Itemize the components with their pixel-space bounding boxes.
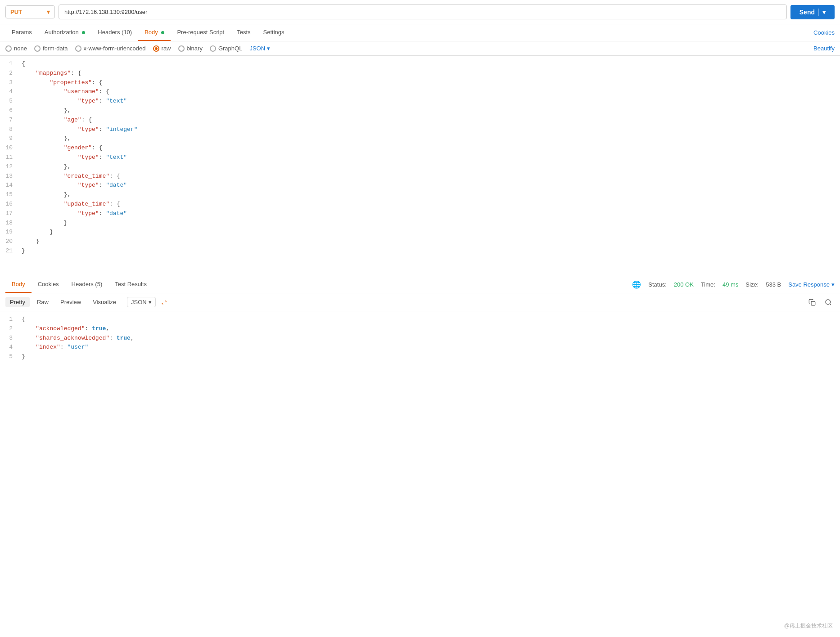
code-line: "type": "date" (22, 181, 836, 190)
radio-circle-binary (178, 45, 185, 52)
radio-binary[interactable]: binary (178, 45, 203, 52)
request-tabs: Params Authorization Headers (10) Body P… (0, 24, 840, 41)
radio-label-none: none (14, 45, 27, 52)
radio-circle-raw (153, 45, 159, 52)
response-json-chevron: ▾ (149, 299, 152, 305)
time-value: 49 ms (723, 281, 738, 288)
code-line: "username": { (22, 87, 836, 97)
code-line: "properties": { (22, 78, 836, 88)
radio-x-www-form-urlencoded[interactable]: x-www-form-urlencoded (75, 45, 146, 52)
time-label: Time: (701, 281, 715, 288)
method-label: PUT (10, 9, 22, 15)
code-line: "type": "date" (22, 209, 836, 219)
radio-none[interactable]: none (5, 45, 27, 52)
tab-pre-request[interactable]: Pre-request Script (171, 24, 230, 41)
response-code-line: } (22, 352, 836, 362)
authorization-dot (82, 31, 85, 34)
json-dropdown-chevron: ▾ (267, 45, 270, 52)
code-line: }, (22, 134, 836, 144)
radio-label-x-www: x-www-form-urlencoded (84, 45, 146, 52)
format-tab-pretty[interactable]: Pretty (5, 297, 30, 307)
response-code-line: "acknowledged": true, (22, 324, 836, 334)
size-label: Size: (745, 281, 759, 288)
response-status-bar: 🌐 Status: 200 OK Time: 49 ms Size: 533 B… (632, 280, 835, 289)
response-json-label: JSON (131, 299, 147, 305)
response-tab-headers[interactable]: Headers (5) (65, 276, 109, 293)
save-response-button[interactable]: Save Response ▾ (788, 281, 835, 288)
send-label: Send (799, 9, 815, 16)
request-code-content[interactable]: { "mappings": { "properties": { "usernam… (18, 56, 840, 260)
radio-circle-graphql (210, 45, 216, 52)
save-response-chevron: ▾ (831, 281, 835, 288)
response-code-line: "index": "user" (22, 343, 836, 352)
format-tab-raw[interactable]: Raw (32, 297, 53, 307)
body-type-row: none form-data x-www-form-urlencoded raw… (0, 41, 840, 56)
tab-authorization[interactable]: Authorization (38, 24, 92, 41)
radio-circle-none (5, 45, 12, 52)
code-line: }, (22, 106, 836, 116)
response-line-numbers: 12345 (0, 311, 18, 365)
size-value: 533 B (766, 281, 781, 288)
tab-body[interactable]: Body (138, 24, 171, 41)
response-tab-test-results[interactable]: Test Results (108, 276, 153, 293)
search-icon[interactable] (822, 297, 835, 308)
radio-circle-form-data (34, 45, 41, 52)
response-action-icons (806, 297, 835, 308)
response-code-line: { (22, 315, 836, 324)
format-tab-visualize[interactable]: Visualize (88, 297, 121, 307)
radio-label-binary: binary (187, 45, 203, 52)
response-format-bar: Pretty Raw Preview Visualize JSON ▾ ⇌ (0, 293, 840, 311)
status-label: Status: (648, 281, 666, 288)
response-code-lines: 12345 { "acknowledged": true, "shards_ac… (0, 311, 840, 365)
code-line: "type": "text" (22, 153, 836, 162)
code-line: } (22, 237, 836, 247)
send-chevron-icon: ▾ (818, 9, 826, 16)
code-line: { (22, 59, 836, 69)
code-line: } (22, 219, 836, 228)
response-code-editor[interactable]: 12345 { "acknowledged": true, "shards_ac… (0, 311, 840, 401)
tab-settings[interactable]: Settings (257, 24, 291, 41)
url-input[interactable] (59, 4, 787, 19)
format-tab-preview[interactable]: Preview (56, 297, 86, 307)
code-line: "gender": { (22, 144, 836, 153)
response-json-dropdown[interactable]: JSON ▾ (127, 297, 156, 307)
cookies-link[interactable]: Cookies (813, 25, 835, 40)
globe-icon: 🌐 (632, 280, 641, 289)
radio-label-graphql: GraphQL (218, 45, 242, 52)
send-button[interactable]: Send ▾ (790, 5, 835, 19)
status-value: 200 OK (674, 281, 694, 288)
code-line: "update_time": { (22, 200, 836, 209)
response-tabs: Body Cookies Headers (5) Test Results 🌐 … (0, 276, 840, 293)
response-tab-body[interactable]: Body (5, 276, 32, 293)
response-code-content: { "acknowledged": true, "shards_acknowle… (18, 311, 840, 365)
tab-tests[interactable]: Tests (230, 24, 257, 41)
response-code-line: "shards_acknowledged": true, (22, 334, 836, 343)
radio-form-data[interactable]: form-data (34, 45, 68, 52)
code-line: "age": { (22, 116, 836, 125)
response-tab-cookies[interactable]: Cookies (32, 276, 65, 293)
method-chevron-icon: ▾ (47, 9, 50, 15)
radio-raw[interactable]: raw (153, 45, 171, 52)
code-line: "type": "integer" (22, 125, 836, 135)
beautify-link[interactable]: Beautify (813, 45, 835, 52)
request-code-lines: 12345 678910 1112131415 1617181920 21 { … (0, 56, 840, 260)
code-line: "mappings": { (22, 69, 836, 78)
radio-circle-x-www (75, 45, 81, 52)
method-selector[interactable]: PUT ▾ (5, 5, 55, 18)
tab-headers[interactable]: Headers (10) (91, 24, 138, 41)
request-code-editor[interactable]: 12345 678910 1112131415 1617181920 21 { … (0, 56, 840, 276)
json-type-dropdown[interactable]: JSON ▾ (249, 45, 270, 52)
svg-point-1 (826, 300, 831, 305)
svg-rect-0 (811, 301, 815, 305)
radio-label-form-data: form-data (43, 45, 68, 52)
top-bar: PUT ▾ Send ▾ (0, 0, 840, 24)
code-line: } (22, 247, 836, 256)
code-line: "create_time": { (22, 172, 836, 181)
json-dropdown-label: JSON (249, 45, 265, 52)
tab-params[interactable]: Params (5, 24, 38, 41)
copy-icon[interactable] (806, 297, 818, 308)
wrap-lines-icon[interactable]: ⇌ (158, 296, 170, 308)
code-line: "type": "text" (22, 97, 836, 106)
radio-graphql[interactable]: GraphQL (210, 45, 242, 52)
body-dot (161, 31, 164, 34)
